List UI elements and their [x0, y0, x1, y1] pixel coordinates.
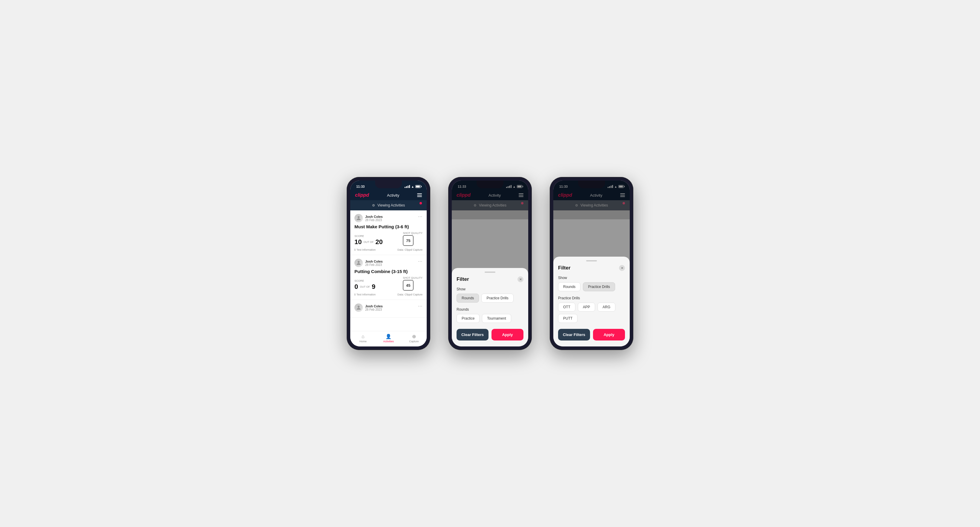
- shots-value: 20: [375, 238, 382, 246]
- activity-title: Must Make Putting (3-6 ft): [355, 224, 423, 229]
- phone-2: 11:33 ▲ clippd Activity: [448, 177, 532, 350]
- rounds-btn-2[interactable]: Rounds: [457, 294, 479, 303]
- signal-icon: [405, 185, 410, 188]
- svg-point-1: [358, 261, 360, 263]
- shot-quality-label-2: Shot Quality: [403, 276, 423, 279]
- shot-quality-label: Shot Quality: [403, 232, 423, 235]
- tournament-btn[interactable]: Tournament: [482, 314, 511, 323]
- nav-title: Activity: [387, 193, 399, 198]
- rounds-buttons-2: Practice Tournament: [457, 314, 523, 323]
- filter-overlay-2: Filter ✕ Show Rounds Practice Drills Rou…: [452, 181, 528, 346]
- nav-capture-label: Capture: [409, 340, 418, 343]
- activity-card-2: Josh Coles 28 Feb 2023 ··· Putting Combi…: [350, 255, 427, 300]
- phone-notch: [375, 181, 402, 188]
- time: 11:33: [356, 185, 364, 188]
- more-options[interactable]: ···: [418, 214, 423, 219]
- score-value-2: 0: [355, 283, 358, 290]
- footer-data-2: Data: Clippd Capture: [398, 293, 423, 296]
- banner-text: Viewing Activities: [377, 203, 405, 207]
- notification-dot: [420, 202, 422, 205]
- footer-info: ℹ Test Information: [355, 248, 375, 251]
- user-date-2: 28 Feb 2023: [365, 263, 383, 267]
- close-button-2[interactable]: ✕: [517, 276, 523, 282]
- shot-quality-badge-2: 45: [403, 280, 414, 290]
- score-label: Score: [355, 235, 383, 238]
- phone-screen: 11:33 ▲ clippd Activity: [350, 181, 427, 346]
- show-buttons-2: Rounds Practice Drills: [457, 294, 523, 303]
- apply-btn-3[interactable]: Apply: [593, 329, 625, 340]
- battery-icon: [415, 185, 421, 188]
- practice-round-btn[interactable]: Practice: [457, 314, 480, 323]
- sheet-header-2: Filter ✕: [457, 276, 523, 282]
- ott-btn[interactable]: OTT: [558, 303, 575, 311]
- filter-overlay-3: Filter ✕ Show Rounds Practice Drills Pra…: [553, 181, 630, 346]
- filter-sheet-2: Filter ✕ Show Rounds Practice Drills Rou…: [452, 268, 528, 346]
- score-label-2: Score: [355, 279, 375, 282]
- activities-icon: 👤: [385, 333, 391, 339]
- nav-activities[interactable]: 👤 Activities: [375, 333, 401, 343]
- footer-info-2: ℹ Test Information: [355, 293, 375, 296]
- sheet-handle-3: [586, 260, 597, 262]
- user-info-2: Josh Coles 28 Feb 2023: [355, 259, 383, 267]
- user-info-3: Josh Coles 28 Feb 2023: [355, 303, 383, 312]
- rounds-btn-3[interactable]: Rounds: [558, 282, 581, 291]
- activity-title-2: Putting Combine (3-15 ft): [355, 269, 423, 274]
- show-label-2: Show: [457, 287, 523, 291]
- filter-title-2: Filter: [457, 276, 469, 282]
- close-button-3[interactable]: ✕: [619, 265, 625, 271]
- drills-section-3: Practice Drills OTT APP ARG PUTT: [558, 296, 625, 323]
- avatar: [355, 214, 363, 222]
- sheet-header-3: Filter ✕: [558, 265, 625, 271]
- drills-label-3: Practice Drills: [558, 296, 625, 300]
- avatar-3: [355, 303, 363, 312]
- nav-home[interactable]: ⌂ Home: [350, 334, 375, 343]
- footer-data: Data: Clippd Capture: [398, 248, 423, 251]
- nav-activities-label: Activities: [383, 340, 394, 343]
- phone-1: 11:33 ▲ clippd Activity: [347, 177, 430, 350]
- clear-filters-btn-2[interactable]: Clear Filters: [457, 329, 488, 340]
- more-options-2[interactable]: ···: [418, 259, 423, 264]
- arg-btn[interactable]: ARG: [598, 303, 616, 311]
- viewing-banner[interactable]: ⚙ Viewing Activities: [350, 200, 427, 210]
- drills-buttons-3: OTT APP ARG PUTT: [558, 303, 625, 323]
- filter-icon: ⚙: [372, 203, 375, 207]
- avatar-2: [355, 259, 363, 267]
- practice-drills-btn-2[interactable]: Practice Drills: [481, 294, 513, 303]
- wifi-icon: ▲: [411, 185, 414, 188]
- user-name: Josh Coles: [365, 215, 383, 218]
- nav-bar: clippd Activity: [350, 190, 427, 200]
- sheet-actions-2: Clear Filters Apply: [457, 329, 523, 340]
- app-logo: clippd: [355, 192, 369, 198]
- clear-filters-btn-3[interactable]: Clear Filters: [558, 329, 590, 340]
- phone-screen-3: 11:33 ▲ clippd Activity: [553, 181, 630, 346]
- user-name-3: Josh Coles: [365, 305, 383, 308]
- app-btn[interactable]: APP: [578, 303, 595, 311]
- putt-btn[interactable]: PUTT: [558, 314, 578, 323]
- show-section-3: Show Rounds Practice Drills: [558, 276, 625, 291]
- phones-container: 11:33 ▲ clippd Activity: [347, 177, 633, 350]
- more-options-3[interactable]: ···: [418, 303, 423, 308]
- stats-row-2: Score 0 OUT OF 9 Shot Quality 45: [355, 276, 423, 290]
- home-icon: ⌂: [361, 334, 364, 339]
- card-footer: ℹ Test Information Data: Clippd Capture: [355, 248, 423, 251]
- svg-point-0: [358, 216, 360, 218]
- shots-value-2: 9: [372, 283, 375, 290]
- phone-3: 11:33 ▲ clippd Activity: [550, 177, 633, 350]
- sheet-actions-3: Clear Filters Apply: [558, 329, 625, 340]
- user-info: Josh Coles 28 Feb 2023: [355, 214, 383, 222]
- card-footer-2: ℹ Test Information Data: Clippd Capture: [355, 293, 423, 296]
- hamburger-menu[interactable]: [417, 194, 422, 197]
- user-name-2: Josh Coles: [365, 260, 383, 263]
- rounds-label-2: Rounds: [457, 307, 523, 311]
- show-label-3: Show: [558, 276, 625, 280]
- practice-drills-btn-3[interactable]: Practice Drills: [583, 282, 615, 291]
- out-of-label-2: OUT OF: [360, 285, 370, 288]
- nav-capture[interactable]: ⊕ Capture: [401, 333, 427, 343]
- user-date: 28 Feb 2023: [365, 218, 383, 222]
- show-buttons-3: Rounds Practice Drills: [558, 282, 625, 291]
- activities-list[interactable]: Josh Coles 28 Feb 2023 ··· Must Make Put…: [350, 210, 427, 331]
- rounds-section-2: Rounds Practice Tournament: [457, 307, 523, 323]
- apply-btn-2[interactable]: Apply: [492, 329, 523, 340]
- score-value: 10: [355, 238, 361, 246]
- activity-card-1: Josh Coles 28 Feb 2023 ··· Must Make Put…: [350, 210, 427, 255]
